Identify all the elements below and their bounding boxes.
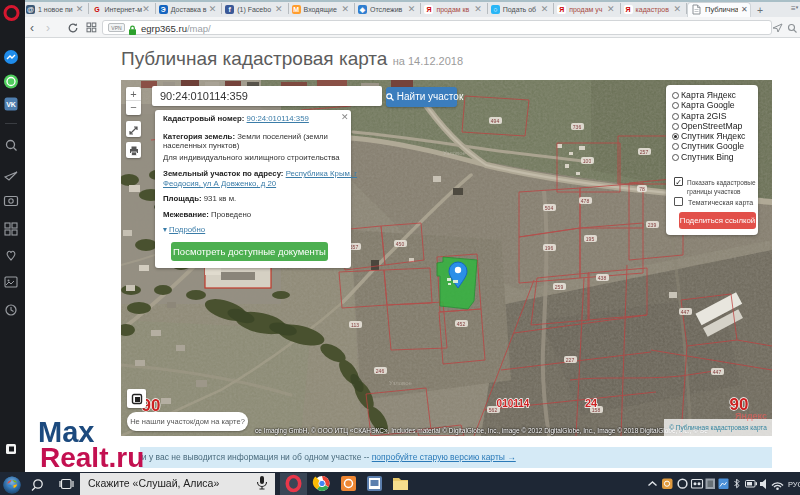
- svg-text:450: 450: [396, 241, 405, 247]
- svg-text:Узловое: Узловое: [443, 150, 467, 156]
- svg-text:478: 478: [581, 198, 590, 204]
- svg-text:195: 195: [586, 236, 595, 242]
- svg-text:504: 504: [545, 205, 554, 211]
- svg-text:557: 557: [350, 244, 359, 250]
- svg-text:438: 438: [598, 275, 607, 281]
- svg-text:246: 246: [376, 368, 385, 374]
- svg-text:227: 227: [566, 357, 575, 363]
- svg-text:010114: 010114: [497, 398, 530, 409]
- svg-text:Узловое: Узловое: [389, 380, 413, 386]
- svg-text:196: 196: [545, 245, 554, 251]
- svg-text:239: 239: [648, 222, 657, 228]
- svg-text:100: 100: [583, 158, 592, 164]
- svg-text:24: 24: [585, 397, 598, 409]
- svg-text:447: 447: [681, 309, 690, 315]
- svg-text:447: 447: [713, 369, 722, 375]
- svg-text:736: 736: [573, 124, 582, 130]
- svg-text:259: 259: [555, 284, 564, 290]
- svg-text:494: 494: [491, 118, 500, 124]
- svg-text:452: 452: [457, 321, 466, 327]
- svg-text:VK: VK: [6, 101, 16, 108]
- svg-text:РУС: РУС: [788, 480, 800, 489]
- svg-text:113: 113: [351, 322, 359, 328]
- svg-text:257: 257: [640, 149, 649, 155]
- svg-text:78: 78: [639, 186, 645, 192]
